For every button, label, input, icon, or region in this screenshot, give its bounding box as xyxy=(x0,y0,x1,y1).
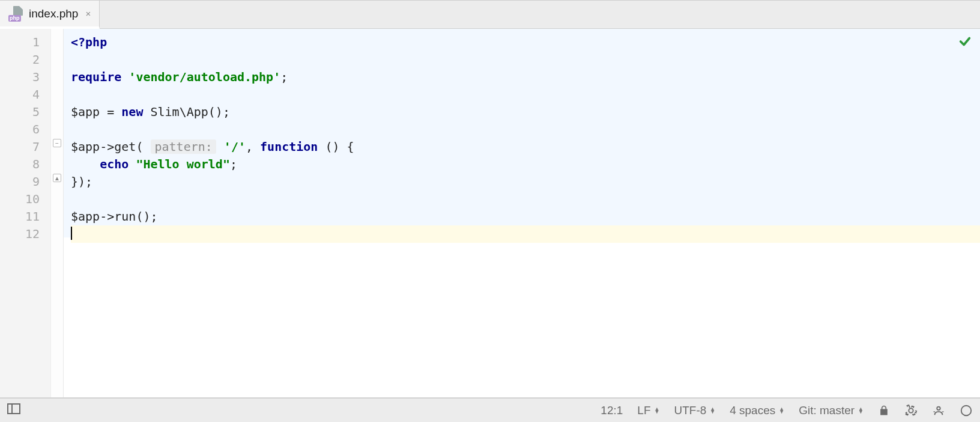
line-number: 12 xyxy=(0,225,40,243)
status-bar: 12:1 LF▲▼ UTF-8▲▼ 4 spaces▲▼ Git: master… xyxy=(0,398,980,422)
line-number: 2 xyxy=(0,51,40,69)
tool-window-panel-icon[interactable] xyxy=(7,403,20,414)
status-line-separator[interactable]: LF▲▼ xyxy=(637,404,659,417)
search-icon[interactable] xyxy=(960,404,973,417)
status-caret-position[interactable]: 12:1 xyxy=(600,404,623,417)
tab-bar: php index.php × xyxy=(0,0,980,29)
code-token: }); xyxy=(71,174,92,189)
settings-cog-icon[interactable] xyxy=(904,404,918,417)
code-token: $app xyxy=(71,139,100,154)
inspection-ok-icon[interactable] xyxy=(958,35,972,53)
code-token: () { xyxy=(318,139,354,154)
fold-toggle[interactable]: ▲ xyxy=(53,174,61,182)
status-git-branch[interactable]: Git: master▲▼ xyxy=(799,404,864,417)
editor: 1 2 3 4 5 6 7 8 9 10 11 12 − ▲ <?php req… xyxy=(0,29,980,398)
code-token: ; xyxy=(230,157,237,171)
php-file-icon: php xyxy=(8,6,24,22)
close-icon[interactable]: × xyxy=(85,8,91,19)
code-token: , xyxy=(246,139,260,154)
code-token: $app xyxy=(71,105,100,119)
status-text: 4 spaces xyxy=(730,404,775,417)
code-token: function xyxy=(260,139,318,154)
code-token: = xyxy=(100,105,121,119)
fold-toggle[interactable]: − xyxy=(53,139,61,147)
code-token: require xyxy=(71,70,121,84)
status-indent[interactable]: 4 spaces▲▼ xyxy=(730,404,784,417)
code-token: Slim\App() xyxy=(143,105,222,119)
text-cursor xyxy=(71,227,72,240)
code-token: ; xyxy=(280,70,288,84)
line-number: 4 xyxy=(0,86,40,103)
lock-icon[interactable] xyxy=(878,405,890,417)
svg-point-3 xyxy=(961,405,972,415)
code-token: '/' xyxy=(217,139,246,154)
line-number: 9 xyxy=(0,173,40,191)
line-number-gutter: 1 2 3 4 5 6 7 8 9 10 11 12 xyxy=(0,29,50,397)
code-token: new xyxy=(121,105,143,119)
status-text: LF xyxy=(637,404,650,417)
code-with-me-icon[interactable] xyxy=(932,404,945,417)
line-number: 5 xyxy=(0,103,40,121)
fold-gutter: − ▲ xyxy=(50,29,64,397)
status-text: Git: master xyxy=(799,404,854,417)
code-text-area[interactable]: <?php require 'vendor/autoload.php'; $ap… xyxy=(64,29,980,397)
status-text: UTF-8 xyxy=(674,404,706,417)
code-token: 'vendor/autoload.php' xyxy=(129,70,280,84)
line-number: 6 xyxy=(0,121,40,138)
code-token: ; xyxy=(223,105,230,119)
code-token: ->run(); xyxy=(100,209,157,224)
line-number: 3 xyxy=(0,69,40,86)
code-token: <?php xyxy=(71,35,107,49)
line-number: 11 xyxy=(0,208,40,225)
inlay-hint: pattern: xyxy=(151,139,216,154)
code-token: $app xyxy=(71,209,100,224)
line-number: 10 xyxy=(0,191,40,208)
line-number: 7 xyxy=(0,138,40,156)
code-token: echo xyxy=(100,157,129,171)
svg-point-2 xyxy=(937,406,940,410)
code-token: "Hello world" xyxy=(129,157,230,171)
line-number: 1 xyxy=(0,34,40,51)
svg-rect-1 xyxy=(8,404,12,414)
line-number: 8 xyxy=(0,156,40,173)
status-encoding[interactable]: UTF-8▲▼ xyxy=(674,404,715,417)
svg-rect-0 xyxy=(8,404,20,414)
status-text: 12:1 xyxy=(600,404,623,417)
tab-label: index.php xyxy=(29,7,78,20)
code-token: ->get( xyxy=(100,139,150,154)
tab-index-php[interactable]: php index.php × xyxy=(0,1,100,29)
